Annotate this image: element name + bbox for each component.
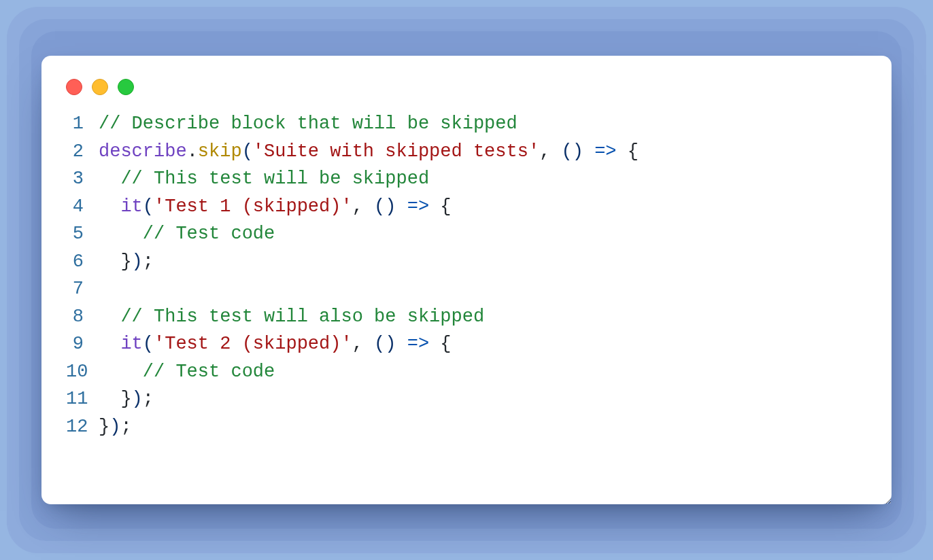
code-token	[99, 307, 120, 327]
code-token: )	[109, 417, 120, 437]
line-number: 6	[66, 248, 99, 276]
code-token: ;	[120, 417, 131, 437]
line-number: 5	[66, 220, 99, 248]
code-token	[99, 334, 120, 354]
line-content[interactable]: it('Test 1 (skipped)', () => {	[99, 193, 870, 221]
code-token: ,	[352, 196, 374, 217]
code-token: ;	[143, 389, 154, 409]
code-token	[99, 362, 143, 382]
code-token	[99, 251, 120, 272]
code-token: =>	[594, 141, 616, 162]
code-token: )	[132, 389, 143, 409]
code-token	[429, 334, 440, 354]
line-content[interactable]: describe.skip('Suite with skipped tests'…	[99, 138, 870, 166]
code-token: // Describe block that will be skipped	[99, 113, 518, 134]
code-token	[99, 169, 120, 189]
code-line[interactable]: 6 });	[66, 248, 870, 276]
code-line[interactable]: 7	[66, 275, 870, 303]
code-line[interactable]: 11 });	[66, 385, 870, 413]
code-token: ()	[562, 141, 583, 162]
line-number: 7	[66, 275, 99, 303]
line-content[interactable]: // Test code	[99, 220, 870, 248]
code-token: 'Test 2 (skipped)'	[154, 334, 352, 354]
code-token: // This test will also be skipped	[120, 307, 484, 327]
minimize-icon[interactable]	[92, 79, 108, 95]
line-content[interactable]: // This test will also be skipped	[99, 303, 870, 331]
code-token: // This test will be skipped	[120, 169, 429, 189]
line-content[interactable]: // This test will be skipped	[99, 165, 870, 193]
code-token: (	[143, 334, 154, 354]
code-editor[interactable]: 1// Describe block that will be skipped2…	[63, 110, 870, 440]
code-token: )	[132, 251, 143, 272]
line-content[interactable]: });	[99, 248, 870, 276]
line-content[interactable]: // Test code	[99, 358, 870, 386]
code-token: it	[120, 196, 142, 217]
code-token	[396, 196, 407, 217]
code-token: 'Test 1 (skipped)'	[154, 196, 352, 217]
line-number: 9	[66, 330, 99, 358]
code-token: (	[242, 141, 253, 162]
code-token: =>	[407, 196, 429, 217]
code-token	[429, 196, 440, 217]
code-token	[99, 389, 120, 409]
code-token	[99, 224, 143, 244]
code-token	[617, 141, 628, 162]
code-token: }	[120, 251, 131, 272]
code-token: {	[440, 196, 451, 217]
code-token: 'Suite with skipped tests'	[253, 141, 539, 162]
code-line[interactable]: 10 // Test code	[66, 358, 870, 386]
code-token: ,	[539, 141, 561, 162]
code-token: }	[99, 417, 109, 437]
code-line[interactable]: 9 it('Test 2 (skipped)', () => {	[66, 330, 870, 358]
code-line[interactable]: 8 // This test will also be skipped	[66, 303, 870, 331]
code-line[interactable]: 12});	[66, 413, 870, 441]
code-token: ,	[352, 334, 374, 354]
code-token: ;	[143, 251, 154, 272]
line-content[interactable]: });	[99, 413, 870, 441]
code-line[interactable]: 4 it('Test 1 (skipped)', () => {	[66, 193, 870, 221]
line-number: 12	[66, 413, 99, 441]
code-token: // Test code	[143, 362, 275, 382]
line-number: 4	[66, 193, 99, 221]
code-line[interactable]: 2describe.skip('Suite with skipped tests…	[66, 138, 870, 166]
line-content[interactable]: // Describe block that will be skipped	[99, 110, 870, 138]
line-number: 1	[66, 110, 99, 138]
code-token: }	[120, 389, 131, 409]
code-line[interactable]: 1// Describe block that will be skipped	[66, 110, 870, 138]
code-line[interactable]: 3 // This test will be skipped	[66, 165, 870, 193]
window-traffic-lights	[63, 76, 870, 110]
code-token: ()	[374, 334, 396, 354]
code-token	[99, 196, 120, 217]
line-content[interactable]: });	[99, 385, 870, 413]
code-token: describe	[99, 141, 187, 162]
code-token: skip	[198, 141, 242, 162]
close-icon[interactable]	[66, 79, 82, 95]
code-token	[583, 141, 594, 162]
line-content[interactable]: it('Test 2 (skipped)', () => {	[99, 330, 870, 358]
line-number: 2	[66, 138, 99, 166]
code-token: {	[628, 141, 639, 162]
line-content[interactable]	[99, 275, 870, 303]
line-number: 11	[66, 385, 99, 413]
code-token: it	[120, 334, 142, 354]
zoom-icon[interactable]	[118, 79, 134, 95]
line-number: 10	[66, 358, 99, 386]
line-number: 8	[66, 303, 99, 331]
code-line[interactable]: 5 // Test code	[66, 220, 870, 248]
code-token: ()	[374, 196, 396, 217]
code-token: (	[143, 196, 154, 217]
code-window: 1// Describe block that will be skipped2…	[41, 56, 892, 504]
code-token: .	[187, 141, 198, 162]
code-token: // Test code	[143, 224, 275, 244]
code-token	[396, 334, 407, 354]
code-token: =>	[407, 334, 429, 354]
line-number: 3	[66, 165, 99, 193]
code-token: {	[440, 334, 451, 354]
